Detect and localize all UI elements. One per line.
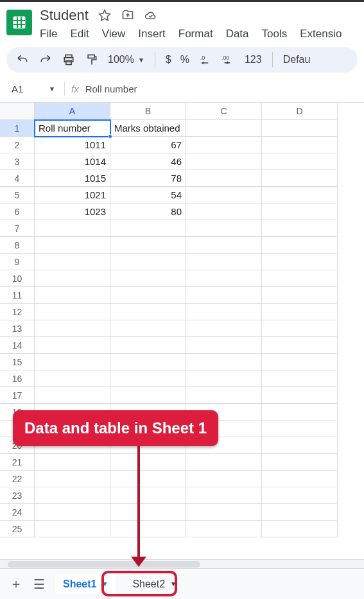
cell-D22[interactable]: [262, 471, 338, 487]
menu-insert[interactable]: Insert: [138, 28, 166, 40]
paint-format-icon[interactable]: [85, 53, 99, 67]
decrease-decimal-button[interactable]: .0: [198, 53, 212, 67]
percent-button[interactable]: %: [180, 54, 189, 65]
cell-B5[interactable]: 54: [110, 187, 186, 204]
column-header-C[interactable]: C: [186, 103, 262, 120]
cell-D4[interactable]: [262, 170, 338, 187]
row-header[interactable]: 9: [0, 254, 35, 270]
cell-C14[interactable]: [186, 337, 262, 354]
cell-A24[interactable]: [35, 504, 110, 521]
cell-D15[interactable]: [262, 354, 338, 370]
row-header[interactable]: 25: [0, 521, 35, 537]
row-header[interactable]: 5: [0, 187, 35, 204]
cell-C10[interactable]: [186, 270, 262, 287]
scroll-thumb[interactable]: [8, 561, 200, 568]
cell-D9[interactable]: [262, 254, 338, 270]
row-header[interactable]: 15: [0, 354, 35, 370]
cell-C12[interactable]: [186, 304, 262, 320]
row-header[interactable]: 12: [0, 304, 35, 320]
cell-D7[interactable]: [262, 220, 338, 237]
cell-C25[interactable]: [186, 521, 262, 537]
cell-A15[interactable]: [35, 354, 110, 370]
menu-edit[interactable]: Edit: [70, 28, 89, 40]
cell-B11[interactable]: [110, 287, 186, 304]
row-header[interactable]: 24: [0, 504, 35, 521]
cell-A2[interactable]: 1011: [35, 137, 110, 153]
cell-D18[interactable]: [262, 404, 338, 421]
cell-C22[interactable]: [186, 471, 262, 487]
cell-C17[interactable]: [186, 387, 262, 404]
row-header[interactable]: 14: [0, 337, 35, 354]
row-header[interactable]: 10: [0, 270, 35, 287]
menu-view[interactable]: View: [102, 28, 126, 40]
cell-B7[interactable]: [110, 220, 186, 237]
menu-file[interactable]: File: [40, 28, 57, 40]
row-header[interactable]: 2: [0, 137, 35, 153]
cell-D3[interactable]: [262, 153, 338, 170]
cell-A17[interactable]: [35, 387, 110, 404]
cell-B14[interactable]: [110, 337, 186, 354]
cell-A8[interactable]: [35, 237, 110, 254]
row-header[interactable]: 8: [0, 237, 35, 254]
cell-A10[interactable]: [35, 270, 110, 287]
row-header[interactable]: 23: [0, 487, 35, 504]
cell-D17[interactable]: [262, 387, 338, 404]
cell-C8[interactable]: [186, 237, 262, 254]
cell-B15[interactable]: [110, 354, 186, 370]
cell-A11[interactable]: [35, 287, 110, 304]
row-header[interactable]: 21: [0, 454, 35, 471]
undo-icon[interactable]: [15, 53, 30, 67]
select-all-corner[interactable]: [0, 103, 35, 120]
menu-tools[interactable]: Tools: [262, 28, 288, 40]
cell-D2[interactable]: [262, 137, 338, 153]
cell-A3[interactable]: 1014: [35, 153, 110, 170]
cell-D14[interactable]: [262, 337, 338, 354]
cell-C21[interactable]: [186, 454, 262, 471]
document-title[interactable]: Student: [40, 7, 89, 24]
cell-D6[interactable]: [262, 204, 338, 220]
row-header[interactable]: 7: [0, 220, 35, 237]
column-header-B[interactable]: B: [110, 103, 186, 120]
cell-C2[interactable]: [186, 137, 262, 153]
number-format-button[interactable]: 123: [245, 54, 262, 65]
cell-C11[interactable]: [186, 287, 262, 304]
redo-icon[interactable]: [39, 53, 53, 67]
cell-B6[interactable]: 80: [110, 204, 186, 220]
cell-A1[interactable]: Roll number: [35, 120, 110, 137]
cell-C5[interactable]: [186, 187, 262, 204]
cell-A16[interactable]: [35, 370, 110, 387]
cell-C9[interactable]: [186, 254, 262, 270]
cell-B10[interactable]: [110, 270, 186, 287]
cell-C6[interactable]: [186, 204, 262, 220]
cell-A12[interactable]: [35, 304, 110, 320]
menu-extensions[interactable]: Extensio: [300, 28, 342, 40]
increase-decimal-button[interactable]: .00: [221, 53, 236, 67]
cell-D20[interactable]: [262, 437, 338, 454]
cell-D1[interactable]: [262, 120, 338, 137]
column-header-A[interactable]: A: [35, 103, 110, 120]
zoom-dropdown[interactable]: 100%▼: [108, 54, 144, 65]
print-icon[interactable]: [62, 53, 76, 67]
cell-C1[interactable]: [186, 120, 262, 137]
cell-D13[interactable]: [262, 320, 338, 337]
caret-down-icon[interactable]: ▼: [170, 580, 177, 587]
cell-B8[interactable]: [110, 237, 186, 254]
cell-A14[interactable]: [35, 337, 110, 354]
cell-C4[interactable]: [186, 170, 262, 187]
font-dropdown[interactable]: Defau: [283, 54, 311, 65]
cell-B12[interactable]: [110, 304, 186, 320]
row-header[interactable]: 16: [0, 370, 35, 387]
cell-C3[interactable]: [186, 153, 262, 170]
cell-D5[interactable]: [262, 187, 338, 204]
cell-B25[interactable]: [110, 521, 186, 537]
sheet-tab-sheet2[interactable]: Sheet2 ▼: [125, 575, 184, 594]
caret-down-icon[interactable]: ▼: [101, 580, 108, 587]
row-header[interactable]: 4: [0, 170, 35, 187]
cell-C16[interactable]: [186, 370, 262, 387]
cell-A22[interactable]: [35, 471, 110, 487]
cell-A23[interactable]: [35, 487, 110, 504]
cell-D21[interactable]: [262, 454, 338, 471]
row-header[interactable]: 6: [0, 204, 35, 220]
star-icon[interactable]: [98, 8, 112, 22]
row-header[interactable]: 3: [0, 153, 35, 170]
